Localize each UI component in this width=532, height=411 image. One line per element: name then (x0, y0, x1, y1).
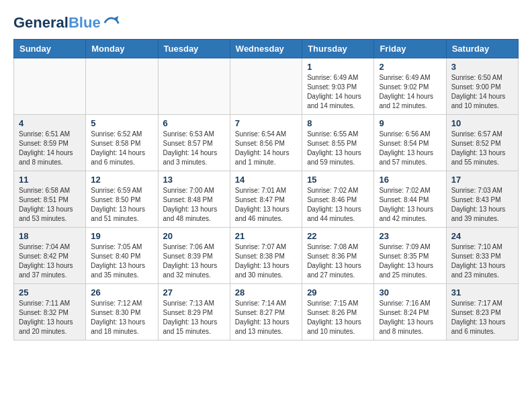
calendar-cell (158, 58, 230, 115)
day-info: Sunrise: 7:11 AMSunset: 8:32 PMDaylight:… (19, 299, 81, 336)
header: GeneralBlue (13, 13, 519, 32)
calendar-cell: 23Sunrise: 7:09 AMSunset: 8:35 PMDayligh… (374, 228, 446, 284)
calendar-cell (86, 58, 158, 115)
day-info: Sunrise: 7:01 AMSunset: 8:47 PMDaylight:… (235, 186, 297, 224)
calendar-cell: 3Sunrise: 6:50 AMSunset: 9:00 PMDaylight… (446, 58, 518, 115)
day-info: Sunrise: 6:51 AMSunset: 8:59 PMDaylight:… (19, 130, 81, 167)
calendar-cell: 24Sunrise: 7:10 AMSunset: 8:33 PMDayligh… (446, 228, 518, 284)
day-info: Sunrise: 6:59 AMSunset: 8:50 PMDaylight:… (91, 186, 152, 224)
calendar-cell: 22Sunrise: 7:08 AMSunset: 8:36 PMDayligh… (302, 228, 374, 284)
day-info: Sunrise: 6:50 AMSunset: 9:00 PMDaylight:… (451, 73, 513, 111)
weekday-header-saturday: Saturday (446, 40, 518, 58)
day-number: 25 (19, 287, 81, 298)
day-number: 5 (91, 118, 152, 128)
day-number: 11 (19, 175, 81, 185)
calendar-cell: 5Sunrise: 6:52 AMSunset: 8:58 PMDaylight… (86, 115, 158, 171)
day-number: 29 (307, 287, 369, 298)
calendar-cell: 14Sunrise: 7:01 AMSunset: 8:47 PMDayligh… (230, 171, 302, 228)
day-info: Sunrise: 6:49 AMSunset: 9:02 PMDaylight:… (379, 73, 441, 111)
day-info: Sunrise: 6:53 AMSunset: 8:57 PMDaylight:… (163, 130, 225, 167)
day-info: Sunrise: 7:17 AMSunset: 8:23 PMDaylight:… (451, 299, 513, 336)
day-info: Sunrise: 7:00 AMSunset: 8:48 PMDaylight:… (163, 186, 225, 224)
day-info: Sunrise: 6:49 AMSunset: 9:03 PMDaylight:… (307, 73, 369, 111)
day-info: Sunrise: 6:57 AMSunset: 8:52 PMDaylight:… (451, 130, 513, 167)
week-row-5: 25Sunrise: 7:11 AMSunset: 8:32 PMDayligh… (14, 284, 519, 340)
day-number: 16 (379, 175, 441, 185)
calendar-cell: 30Sunrise: 7:16 AMSunset: 8:24 PMDayligh… (374, 284, 446, 340)
day-number: 12 (91, 175, 152, 185)
day-number: 28 (235, 287, 297, 298)
weekday-header-friday: Friday (374, 40, 446, 58)
calendar-cell: 31Sunrise: 7:17 AMSunset: 8:23 PMDayligh… (446, 284, 518, 340)
calendar-cell: 20Sunrise: 7:06 AMSunset: 8:39 PMDayligh… (158, 228, 230, 284)
week-row-4: 18Sunrise: 7:04 AMSunset: 8:42 PMDayligh… (14, 228, 519, 284)
weekday-header-row: SundayMondayTuesdayWednesdayThursdayFrid… (14, 40, 519, 58)
calendar-cell: 18Sunrise: 7:04 AMSunset: 8:42 PMDayligh… (14, 228, 86, 284)
day-info: Sunrise: 6:54 AMSunset: 8:56 PMDaylight:… (235, 130, 297, 167)
calendar-cell: 19Sunrise: 7:05 AMSunset: 8:40 PMDayligh… (86, 228, 158, 284)
calendar-cell: 27Sunrise: 7:13 AMSunset: 8:29 PMDayligh… (158, 284, 230, 340)
calendar-cell (230, 58, 302, 115)
calendar-cell: 17Sunrise: 7:03 AMSunset: 8:43 PMDayligh… (446, 171, 518, 228)
day-number: 15 (307, 175, 369, 185)
day-number: 20 (163, 231, 225, 241)
day-number: 13 (163, 175, 225, 185)
day-info: Sunrise: 7:09 AMSunset: 8:35 PMDaylight:… (379, 242, 441, 280)
day-info: Sunrise: 7:02 AMSunset: 8:44 PMDaylight:… (379, 186, 441, 224)
day-info: Sunrise: 7:16 AMSunset: 8:24 PMDaylight:… (379, 299, 441, 336)
day-number: 23 (379, 231, 441, 241)
day-number: 9 (379, 118, 441, 128)
calendar-cell: 1Sunrise: 6:49 AMSunset: 9:03 PMDaylight… (302, 58, 374, 115)
day-info: Sunrise: 7:14 AMSunset: 8:27 PMDaylight:… (235, 299, 297, 336)
day-info: Sunrise: 7:04 AMSunset: 8:42 PMDaylight:… (19, 242, 81, 280)
logo-icon (102, 13, 121, 32)
day-number: 7 (235, 118, 297, 128)
calendar-cell: 7Sunrise: 6:54 AMSunset: 8:56 PMDaylight… (230, 115, 302, 171)
calendar-cell: 10Sunrise: 6:57 AMSunset: 8:52 PMDayligh… (446, 115, 518, 171)
logo-text: GeneralBlue (13, 15, 101, 31)
day-info: Sunrise: 7:15 AMSunset: 8:26 PMDaylight:… (307, 299, 369, 336)
day-number: 3 (451, 62, 513, 72)
calendar-cell: 28Sunrise: 7:14 AMSunset: 8:27 PMDayligh… (230, 284, 302, 340)
day-info: Sunrise: 6:58 AMSunset: 8:51 PMDaylight:… (19, 186, 81, 224)
day-number: 14 (235, 175, 297, 185)
day-number: 21 (235, 231, 297, 241)
weekday-header-monday: Monday (86, 40, 158, 58)
day-number: 18 (19, 231, 81, 241)
calendar-cell: 8Sunrise: 6:55 AMSunset: 8:55 PMDaylight… (302, 115, 374, 171)
day-info: Sunrise: 6:52 AMSunset: 8:58 PMDaylight:… (91, 130, 152, 167)
day-number: 19 (91, 231, 152, 241)
day-info: Sunrise: 6:56 AMSunset: 8:54 PMDaylight:… (379, 130, 441, 167)
calendar-cell: 29Sunrise: 7:15 AMSunset: 8:26 PMDayligh… (302, 284, 374, 340)
day-info: Sunrise: 7:06 AMSunset: 8:39 PMDaylight:… (163, 242, 225, 280)
week-row-2: 4Sunrise: 6:51 AMSunset: 8:59 PMDaylight… (14, 115, 519, 171)
calendar-cell: 25Sunrise: 7:11 AMSunset: 8:32 PMDayligh… (14, 284, 86, 340)
day-info: Sunrise: 7:12 AMSunset: 8:30 PMDaylight:… (91, 299, 152, 336)
day-info: Sunrise: 7:03 AMSunset: 8:43 PMDaylight:… (451, 186, 513, 224)
day-number: 8 (307, 118, 369, 128)
calendar-cell: 4Sunrise: 6:51 AMSunset: 8:59 PMDaylight… (14, 115, 86, 171)
day-number: 30 (379, 287, 441, 298)
day-info: Sunrise: 7:05 AMSunset: 8:40 PMDaylight:… (91, 242, 152, 280)
day-number: 27 (163, 287, 225, 298)
calendar-cell (14, 58, 86, 115)
day-info: Sunrise: 7:02 AMSunset: 8:46 PMDaylight:… (307, 186, 369, 224)
calendar-cell: 2Sunrise: 6:49 AMSunset: 9:02 PMDaylight… (374, 58, 446, 115)
calendar-cell: 6Sunrise: 6:53 AMSunset: 8:57 PMDaylight… (158, 115, 230, 171)
calendar-cell: 13Sunrise: 7:00 AMSunset: 8:48 PMDayligh… (158, 171, 230, 228)
day-info: Sunrise: 7:13 AMSunset: 8:29 PMDaylight:… (163, 299, 225, 336)
week-row-3: 11Sunrise: 6:58 AMSunset: 8:51 PMDayligh… (14, 171, 519, 228)
day-number: 17 (451, 175, 513, 185)
day-info: Sunrise: 7:10 AMSunset: 8:33 PMDaylight:… (451, 242, 513, 280)
logo: GeneralBlue (13, 13, 121, 32)
day-number: 1 (307, 62, 369, 72)
day-info: Sunrise: 7:07 AMSunset: 8:38 PMDaylight:… (235, 242, 297, 280)
weekday-header-thursday: Thursday (302, 40, 374, 58)
day-number: 22 (307, 231, 369, 241)
day-number: 2 (379, 62, 441, 72)
day-number: 26 (91, 287, 152, 298)
calendar: SundayMondayTuesdayWednesdayThursdayFrid… (13, 39, 519, 340)
calendar-cell: 26Sunrise: 7:12 AMSunset: 8:30 PMDayligh… (86, 284, 158, 340)
weekday-header-sunday: Sunday (14, 40, 86, 58)
calendar-cell: 15Sunrise: 7:02 AMSunset: 8:46 PMDayligh… (302, 171, 374, 228)
